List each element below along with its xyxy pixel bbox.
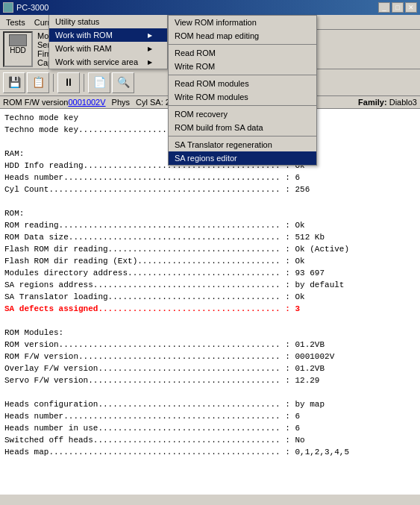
toolbar-separator-2 <box>84 74 84 92</box>
line-cyl-count: Cyl Count...............................… <box>4 184 416 195</box>
drive-icon: HDD <box>3 31 33 67</box>
submenu-rom-recovery[interactable]: ROM recovery <box>169 107 316 121</box>
write-rom-modules-label: Write ROM modules <box>175 92 248 101</box>
view-rom-info-label: View ROM information <box>175 18 257 27</box>
drive-type-label: HDD <box>10 46 26 54</box>
fw-phys: Phys <box>112 98 130 107</box>
line-blank-2 <box>4 195 416 207</box>
toolbar-btn-pause[interactable]: ⏸ <box>57 72 80 93</box>
line-heads-num: Heads number............................… <box>4 410 416 422</box>
maximize-button[interactable]: □ <box>392 2 404 13</box>
line-blank-4 <box>4 386 416 398</box>
rom-build-sa-label: ROM build from SA data <box>175 123 263 132</box>
line-rom-fw-version: ROM F/W version.........................… <box>4 351 416 363</box>
tests-menu-work-with-service[interactable]: Work with service area ▶ <box>49 55 167 69</box>
tests-menu-utility-status[interactable]: Utility status <box>49 15 167 28</box>
toolbar-btn-search[interactable]: 🔍 <box>112 72 134 93</box>
tests-menu-work-with-rom[interactable]: Work with ROM ▶ <box>49 28 167 42</box>
line-sa-translator: SA Translator loading...................… <box>4 291 416 303</box>
tests-menu-work-with-ram[interactable]: Work with RAM ▶ <box>49 42 167 55</box>
submenu-sa-regions-editor[interactable]: SA regions editor <box>169 151 316 165</box>
line-blank-3 <box>4 315 416 327</box>
rom-head-map-label: ROM head map editing <box>175 31 259 40</box>
submenu-rom-build-sa[interactable]: ROM build from SA data <box>169 121 316 134</box>
line-rom-modules-header: ROM Modules: <box>4 327 416 339</box>
write-rom-label: Write ROM <box>175 62 215 71</box>
window-title: PC-3000 <box>16 3 48 12</box>
submenu-write-rom-modules[interactable]: Write ROM modules <box>169 90 316 104</box>
sa-translator-regen-label: SA Translator regeneration <box>175 140 272 149</box>
fw-version-link[interactable]: 0001002V <box>68 98 105 107</box>
fw-prefix: ROM F/W version <box>3 98 68 107</box>
toolbar-btn-2[interactable]: 📋 <box>27 72 49 93</box>
toolbar-btn-doc[interactable]: 📄 <box>88 72 110 93</box>
title-bar: PC-3000 _ □ ✕ <box>0 0 420 15</box>
read-rom-modules-label: Read ROM modules <box>175 79 249 88</box>
workrom-submenu: View ROM information ROM head map editin… <box>168 15 317 166</box>
line-flash-rom-dir-ext: Flash ROM dir reading (Ext).............… <box>4 255 416 267</box>
line-overlay-fw: Overlay F/W version.....................… <box>4 363 416 374</box>
line-sa-regions: SA regions address......................… <box>4 279 416 291</box>
rom-recovery-label: ROM recovery <box>175 110 228 119</box>
line-rom-version: ROM version.............................… <box>4 339 416 351</box>
submenu-sa-translator-regen[interactable]: SA Translator regeneration <box>169 138 316 151</box>
work-with-ram-label: Work with RAM <box>55 44 112 53</box>
submenu-read-rom-modules[interactable]: Read ROM modules <box>169 77 316 90</box>
line-servo-fw: Servo F/W version.......................… <box>4 374 416 386</box>
close-button[interactable]: ✕ <box>405 2 417 13</box>
line-rom-data-size: ROM Data size...........................… <box>4 231 416 243</box>
drive-graphic <box>9 34 27 46</box>
work-with-ram-arrow: ▶ <box>148 46 152 52</box>
submenu-sep-2 <box>169 75 316 75</box>
submenu-view-rom-info[interactable]: View ROM information <box>169 16 316 29</box>
submenu-sep-4 <box>169 136 316 137</box>
submenu-sep-1 <box>169 44 316 45</box>
app-icon <box>3 2 13 13</box>
line-sa-defects: SA defects assigned.....................… <box>4 303 416 315</box>
sa-regions-editor-label: SA regions editor <box>175 154 237 163</box>
line-rom-header: ROM: <box>4 207 416 219</box>
line-heads-number: Heads number............................… <box>4 172 416 184</box>
read-rom-label: Read ROM <box>175 48 216 57</box>
line-heads-config: Heads configuration.....................… <box>4 398 416 410</box>
tests-dropdown: Utility status Work with ROM ▶ Work with… <box>48 15 168 69</box>
toolbar-btn-1[interactable]: 💾 <box>3 72 25 93</box>
main-content: Techno mode key Techno mode key.........… <box>0 109 420 495</box>
submenu-write-rom[interactable]: Write ROM <box>169 60 316 73</box>
submenu-read-rom[interactable]: Read ROM <box>169 46 316 60</box>
work-with-rom-label: Work with ROM <box>55 31 113 40</box>
utility-status-label: Utility status <box>55 17 99 26</box>
toolbar-separator-1 <box>53 74 54 92</box>
minimize-button[interactable]: _ <box>378 2 390 13</box>
line-flash-rom-dir: Flash ROM dir reading...................… <box>4 243 416 255</box>
line-rom-reading: ROM reading.............................… <box>4 219 416 231</box>
submenu-sep-3 <box>169 105 316 106</box>
fw-family: Family: Diablo3 <box>358 98 417 107</box>
work-with-rom-arrow: ▶ <box>148 32 152 39</box>
menu-item-tests[interactable]: Tests <box>1 15 30 29</box>
work-with-service-arrow: ▶ <box>148 59 152 66</box>
line-heads-map: Heads map...............................… <box>4 446 416 458</box>
line-modules-dir: Modules directory address...............… <box>4 267 416 279</box>
window-controls: _ □ ✕ <box>378 2 417 13</box>
work-with-service-label: Work with service area <box>55 57 138 66</box>
line-switched-off: Switched off heads......................… <box>4 434 416 446</box>
submenu-rom-head-map[interactable]: ROM head map editing <box>169 29 316 43</box>
line-heads-in-use: Heads number in use.....................… <box>4 422 416 434</box>
